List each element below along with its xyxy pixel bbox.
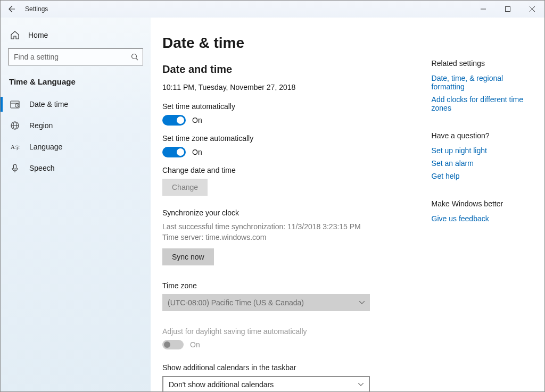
- dst-toggle: [162, 340, 184, 349]
- content-column: Date & time Date and time 10:11 PM, Tues…: [162, 29, 400, 380]
- back-button[interactable]: [5, 3, 18, 15]
- back-arrow-icon: [7, 5, 15, 13]
- globe-icon: [10, 121, 20, 130]
- timezone-value: (UTC-08:00) Pacific Time (US & Canada): [168, 298, 304, 307]
- nav-label: Speech: [29, 164, 54, 172]
- setting-change-dt: Change date and time Change: [162, 166, 400, 196]
- timezone-dropdown: (UTC-08:00) Pacific Time (US & Canada): [162, 294, 370, 311]
- sync-now-button[interactable]: Sync now: [162, 248, 214, 265]
- additional-cal-label: Show additional calendars in the taskbar: [162, 363, 400, 372]
- setting-set-time-auto: Set time automatically On: [162, 102, 400, 126]
- link-add-clocks[interactable]: Add clocks for different time zones: [432, 95, 533, 112]
- chevron-down-icon: [359, 301, 365, 304]
- link-date-time-regional[interactable]: Date, time, & regional formatting: [432, 74, 533, 91]
- svg-point-2: [132, 54, 137, 59]
- chevron-down-icon: [358, 383, 364, 386]
- window-title: Settings: [25, 5, 48, 13]
- search-icon: [131, 53, 138, 61]
- maximize-button[interactable]: [496, 1, 520, 18]
- set-tz-auto-label: Set time zone automatically: [162, 134, 400, 143]
- clock-icon: [10, 99, 20, 109]
- better-group: Make Windows better Give us feedback: [432, 199, 533, 223]
- sync-server: Time server: time.windows.com: [162, 232, 400, 243]
- microphone-icon: [10, 163, 20, 173]
- set-time-auto-label: Set time automatically: [162, 102, 400, 111]
- window-body: Home Time & Language Date & time: [1, 18, 544, 391]
- dst-state: On: [190, 340, 200, 349]
- set-tz-auto-row: On: [162, 147, 400, 157]
- nav-label: Region: [29, 121, 53, 130]
- set-tz-auto-toggle[interactable]: [162, 147, 186, 157]
- language-icon: A字: [10, 142, 20, 152]
- home-nav[interactable]: Home: [8, 26, 143, 48]
- setting-additional-calendars: Show additional calendars in the taskbar…: [162, 363, 400, 391]
- search-box[interactable]: [8, 48, 143, 65]
- dst-row: On: [162, 340, 400, 349]
- link-night-light[interactable]: Set up night light: [432, 146, 533, 155]
- question-title: Have a question?: [432, 131, 533, 140]
- setting-timezone: Time zone (UTC-08:00) Pacific Time (US &…: [162, 281, 400, 311]
- additional-cal-dropdown[interactable]: Don't show additional calendars: [162, 376, 370, 391]
- related-settings-title: Related settings: [432, 59, 533, 68]
- current-datetime: 10:11 PM, Tuesday, November 27, 2018: [162, 83, 400, 91]
- dst-label: Adjust for daylight saving time automati…: [162, 327, 400, 336]
- setting-dst: Adjust for daylight saving time automati…: [162, 327, 400, 349]
- home-label: Home: [28, 31, 48, 39]
- category-title: Time & Language: [8, 77, 143, 86]
- svg-text:字: 字: [15, 145, 20, 151]
- question-group: Have a question? Set up night light Set …: [432, 131, 533, 180]
- sync-title: Synchronize your clock: [162, 208, 400, 217]
- set-time-auto-row: On: [162, 115, 400, 126]
- section-date-time-title: Date and time: [162, 63, 400, 76]
- svg-line-3: [136, 59, 138, 61]
- sidebar: Home Time & Language Date & time: [1, 18, 151, 391]
- additional-cal-value: Don't show additional calendars: [169, 380, 274, 389]
- home-icon: [10, 30, 20, 40]
- nav-item-language[interactable]: A字 Language: [8, 136, 143, 157]
- better-title: Make Windows better: [432, 199, 533, 208]
- svg-rect-12: [14, 164, 16, 169]
- nav-item-date-time[interactable]: Date & time: [8, 94, 143, 115]
- set-time-auto-state: On: [192, 116, 202, 124]
- minimize-icon: [481, 6, 486, 12]
- title-bar: Settings: [1, 1, 544, 18]
- search-input[interactable]: [13, 52, 131, 62]
- sync-info: Last successful time synchronization: 11…: [162, 221, 400, 243]
- nav-item-region[interactable]: Region: [8, 115, 143, 136]
- setting-sync-clock: Synchronize your clock Last successful t…: [162, 208, 400, 265]
- change-button: Change: [162, 179, 208, 196]
- svg-text:A: A: [11, 144, 15, 150]
- change-dt-label: Change date and time: [162, 166, 400, 174]
- timezone-label: Time zone: [162, 281, 400, 290]
- nav-list: Date & time Region A字 Language: [8, 94, 143, 179]
- minimize-button[interactable]: [471, 1, 496, 18]
- nav-item-speech[interactable]: Speech: [8, 157, 143, 179]
- settings-window: Settings Home: [0, 0, 545, 392]
- page-title: Date & time: [162, 35, 400, 52]
- maximize-icon: [505, 6, 510, 12]
- setting-set-tz-auto: Set time zone automatically On: [162, 134, 400, 157]
- sync-last: Last successful time synchronization: 11…: [162, 221, 400, 232]
- close-button[interactable]: [520, 1, 544, 18]
- link-feedback[interactable]: Give us feedback: [432, 214, 533, 223]
- close-icon: [530, 6, 535, 12]
- set-time-auto-toggle[interactable]: [162, 115, 186, 126]
- link-get-help[interactable]: Get help: [432, 172, 533, 180]
- link-set-alarm[interactable]: Set an alarm: [432, 159, 533, 168]
- set-tz-auto-state: On: [192, 148, 202, 156]
- title-bar-left: Settings: [5, 3, 48, 15]
- nav-label: Language: [29, 143, 62, 151]
- window-controls: [471, 1, 544, 18]
- svg-rect-1: [506, 7, 510, 12]
- main-area: Date & time Date and time 10:11 PM, Tues…: [151, 18, 544, 391]
- right-panel: Related settings Date, time, & regional …: [432, 29, 533, 380]
- related-settings-group: Related settings Date, time, & regional …: [432, 59, 533, 112]
- nav-label: Date & time: [29, 100, 68, 109]
